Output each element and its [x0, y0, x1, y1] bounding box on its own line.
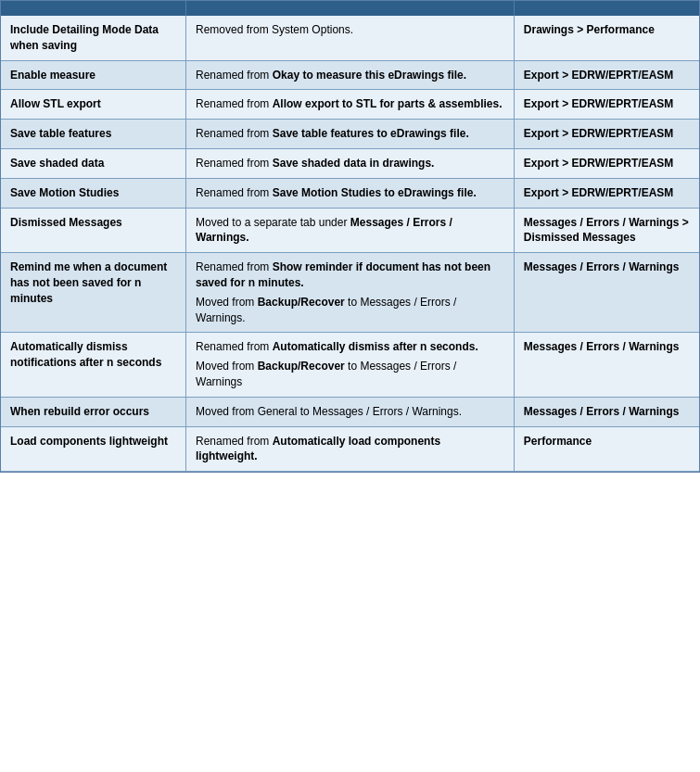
table-row: When rebuild error occursMoved from Gene…	[1, 397, 699, 426]
cell-option: Enable measure	[1, 60, 186, 90]
cell-access: Messages / Errors / Warnings	[514, 333, 699, 397]
table-row: Save Motion StudiesRenamed from Save Mot…	[1, 178, 699, 208]
table-row: Dismissed MessagesMoved to a separate ta…	[1, 208, 699, 253]
cell-option: Save Motion Studies	[1, 178, 186, 208]
table-row: Save table featuresRenamed from Save tab…	[1, 120, 699, 149]
table-row: Include Detailing Mode Data when savingR…	[1, 16, 699, 60]
cell-description: Renamed from Automatically load componen…	[186, 426, 515, 472]
header-option	[1, 1, 186, 16]
table-row: Remind me when a document has not been s…	[1, 253, 699, 333]
table-row: Enable measureRenamed from Okay to measu…	[1, 60, 699, 90]
cell-option: Allow STL export	[1, 90, 186, 120]
cell-description: Renamed from Save Motion Studies to eDra…	[186, 178, 515, 208]
options-table: Include Detailing Mode Data when savingR…	[1, 1, 699, 472]
cell-option: Include Detailing Mode Data when saving	[1, 16, 186, 60]
cell-description: Renamed from Save table features to eDra…	[186, 120, 515, 149]
cell-access: Messages / Errors / Warnings > Dismissed…	[514, 208, 699, 253]
cell-access: Export > EDRW/EPRT/EASM	[514, 178, 699, 208]
table-body: Include Detailing Mode Data when savingR…	[1, 16, 699, 472]
cell-description: Removed from System Options.	[186, 16, 515, 60]
cell-option: Dismissed Messages	[1, 208, 186, 253]
cell-description: Moved from General to Messages / Errors …	[186, 397, 515, 426]
table-row: Automatically dismiss notifications afte…	[1, 333, 699, 397]
cell-description: Renamed from Show reminder if document h…	[186, 253, 515, 333]
table-row: Save shaded dataRenamed from Save shaded…	[1, 148, 699, 178]
cell-description: Renamed from Okay to measure this eDrawi…	[186, 60, 515, 90]
cell-access: Export > EDRW/EPRT/EASM	[514, 120, 699, 149]
cell-option: Load components lightweight	[1, 426, 186, 472]
cell-access: Export > EDRW/EPRT/EASM	[514, 148, 699, 178]
cell-description: Moved to a separate tab under Messages /…	[186, 208, 515, 253]
cell-option: Automatically dismiss notifications afte…	[1, 333, 186, 397]
cell-access: Messages / Errors / Warnings	[514, 253, 699, 333]
cell-access: Messages / Errors / Warnings	[514, 397, 699, 426]
cell-option: Save table features	[1, 120, 186, 149]
header-access	[514, 1, 699, 16]
cell-option: When rebuild error occurs	[1, 397, 186, 426]
cell-description: Renamed from Save shaded data in drawing…	[186, 148, 515, 178]
table-header-row	[1, 1, 699, 16]
header-description	[186, 1, 515, 16]
main-table-container: Include Detailing Mode Data when savingR…	[0, 0, 700, 473]
cell-option: Remind me when a document has not been s…	[1, 253, 186, 333]
cell-description: Renamed from Automatically dismiss after…	[186, 333, 515, 397]
cell-access: Export > EDRW/EPRT/EASM	[514, 90, 699, 120]
table-row: Load components lightweightRenamed from …	[1, 426, 699, 472]
cell-description: Renamed from Allow export to STL for par…	[186, 90, 515, 120]
cell-access: Drawings > Performance	[514, 16, 699, 60]
cell-access: Export > EDRW/EPRT/EASM	[514, 60, 699, 90]
cell-access: Performance	[514, 426, 699, 472]
cell-option: Save shaded data	[1, 148, 186, 178]
table-row: Allow STL exportRenamed from Allow expor…	[1, 90, 699, 120]
